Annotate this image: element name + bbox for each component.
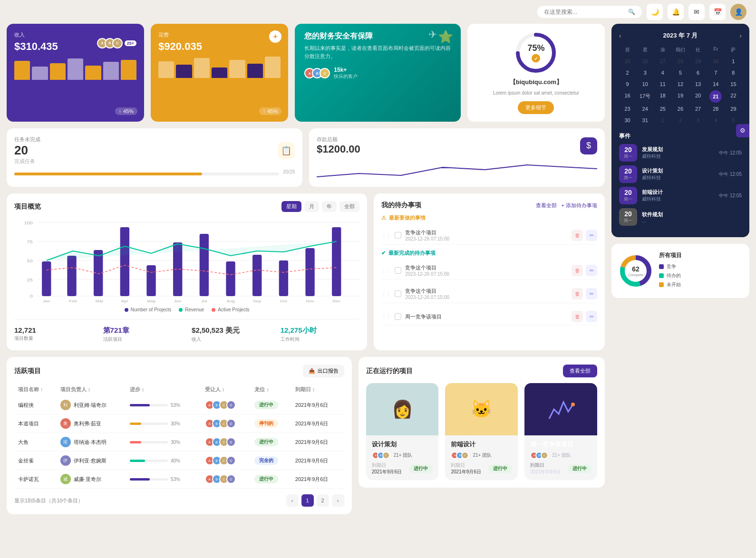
cal-day-3[interactable]: 3 — [637, 67, 653, 78]
cal-day-29-prev[interactable]: 29 — [690, 56, 707, 67]
cal-day-24[interactable]: 24 — [637, 104, 653, 114]
todo-checkbox-4[interactable] — [395, 313, 401, 320]
cal-day-30[interactable]: 30 — [619, 115, 636, 125]
cal-day-2[interactable]: 2 — [619, 67, 636, 78]
col-manager[interactable]: 项目负责人 ↕ — [57, 383, 126, 396]
col-progress[interactable]: 进步 ↕ — [126, 383, 201, 396]
cal-day-26-prev[interactable]: 26 — [637, 56, 653, 67]
ass-4-1: D — [226, 419, 236, 428]
progress-fill-2 — [130, 441, 141, 443]
cal-day-19[interactable]: 19 — [672, 90, 688, 103]
svg-rect-20 — [252, 255, 262, 296]
theme-toggle-button[interactable]: 🌙 — [647, 4, 663, 20]
cal-day-2-next[interactable]: 2 — [672, 115, 688, 125]
page-1-button[interactable]: 1 — [301, 494, 314, 507]
page-buttons[interactable]: ‹ 1 2 › — [286, 494, 344, 507]
todo-view-all-link[interactable]: 查看全部 — [536, 202, 557, 209]
cal-day-29[interactable]: 29 — [725, 104, 742, 114]
cal-day-31[interactable]: 31 — [637, 115, 653, 125]
cal-day-5[interactable]: 5 — [672, 67, 688, 78]
todo-add-link[interactable]: + 添加待办事项 — [562, 202, 597, 209]
drag-icon-2[interactable]: ⋮⋮ — [381, 268, 391, 273]
cal-day-21-today[interactable]: 21 — [709, 90, 722, 103]
cal-day-30-prev[interactable]: 30 — [708, 56, 724, 67]
legend-not-started: 未开始 — [659, 281, 742, 288]
cal-day-17[interactable]: 17号 — [637, 90, 653, 103]
cal-day-27[interactable]: 27 — [690, 104, 707, 114]
delete-icon-4[interactable]: 🗑 — [572, 311, 583, 322]
drag-icon-1[interactable]: ⋮⋮ — [381, 233, 391, 238]
cal-day-26[interactable]: 26 — [672, 104, 688, 114]
cal-day-16[interactable]: 16 — [619, 90, 636, 103]
cal-day-12[interactable]: 12 — [672, 79, 688, 89]
next-page-button[interactable]: › — [332, 494, 344, 507]
income-bar-chart — [14, 58, 136, 80]
drag-icon-3[interactable]: ⋮⋮ — [381, 291, 391, 297]
cal-prev-button[interactable]: ‹ — [619, 32, 621, 39]
export-report-button[interactable]: 📤 出口报告 — [303, 365, 344, 377]
cal-day-8[interactable]: 8 — [725, 67, 742, 78]
page-2-button[interactable]: 2 — [317, 494, 329, 507]
prev-page-button[interactable]: ‹ — [286, 494, 299, 507]
cal-day-25[interactable]: 25 — [654, 104, 671, 114]
tab-week[interactable]: 星期 — [281, 201, 301, 212]
event-2-date-box: 20 周一 — [619, 165, 637, 183]
cal-day-10[interactable]: 10 — [637, 79, 653, 89]
cal-day-4-next[interactable]: 4 — [708, 115, 724, 125]
cal-day-28[interactable]: 28 — [708, 104, 724, 114]
cal-next-button[interactable]: › — [739, 32, 742, 39]
todo-checkbox-1[interactable] — [395, 232, 401, 239]
notification-button[interactable]: 🔔 — [668, 4, 684, 20]
cal-day-14[interactable]: 14 — [708, 79, 724, 89]
cal-day-7[interactable]: 7 — [708, 67, 724, 78]
tab-all[interactable]: 全部 — [339, 201, 359, 212]
cal-day-4[interactable]: 4 — [654, 67, 671, 78]
user-avatar[interactable]: 👤 — [730, 4, 746, 20]
todo-checkbox-3[interactable] — [395, 290, 401, 297]
cal-day-22[interactable]: 22 — [725, 90, 742, 103]
calendar-button[interactable]: 📅 — [709, 4, 726, 20]
cal-day-27-prev[interactable]: 27 — [654, 56, 671, 67]
cal-day-15[interactable]: 15 — [725, 79, 742, 89]
todo-checkbox-2[interactable] — [395, 267, 401, 274]
search-input[interactable] — [544, 9, 624, 15]
progress-fill-1 — [130, 423, 141, 425]
tab-month[interactable]: 月 — [304, 201, 319, 212]
search-box[interactable]: 🔍 — [537, 6, 642, 18]
cal-day-11[interactable]: 11 — [654, 79, 671, 89]
cal-day-25-prev[interactable]: 25 — [619, 56, 636, 67]
col-status[interactable]: 龙位 ↕ — [251, 383, 291, 396]
edit-icon-2[interactable]: ✏ — [586, 265, 597, 276]
drag-icon-4[interactable]: ⋮⋮ — [381, 314, 391, 319]
edit-icon-1[interactable]: ✏ — [586, 230, 597, 241]
delete-icon-3[interactable]: 🗑 — [572, 288, 583, 299]
cal-day-23[interactable]: 23 — [619, 104, 636, 114]
tab-year[interactable]: 年 — [322, 201, 337, 212]
cal-day-1-next[interactable]: 1 — [654, 115, 671, 125]
cal-day-20[interactable]: 20 — [690, 90, 707, 103]
delete-icon-1[interactable]: 🗑 — [572, 230, 583, 241]
cal-day-28-prev[interactable]: 28 — [672, 56, 688, 67]
todo-actions[interactable]: 查看全部 + 添加待办事项 — [536, 202, 597, 209]
edit-icon-4[interactable]: ✏ — [586, 311, 597, 322]
cal-day-3-next[interactable]: 3 — [690, 115, 707, 125]
view-all-running-button[interactable]: 查看全部 — [563, 365, 597, 377]
delete-icon-2[interactable]: 🗑 — [572, 265, 583, 276]
todo-urgent-section: ⚠最新要做的事情 — [381, 214, 597, 221]
cal-day-9[interactable]: 9 — [619, 79, 636, 89]
edit-icon-3[interactable]: ✏ — [586, 288, 597, 299]
mail-button[interactable]: ✉ — [688, 4, 705, 20]
todo-actions-4: 🗑 ✏ — [572, 311, 597, 322]
cal-day-1[interactable]: 1 — [725, 56, 742, 67]
calendar-settings-button[interactable]: ⚙ — [736, 124, 749, 137]
svg-rect-18 — [200, 234, 209, 296]
col-due[interactable]: 到期日 ↕ — [291, 383, 344, 396]
more-detail-button[interactable]: 更多细节 — [518, 101, 554, 114]
cal-day-18[interactable]: 18 — [654, 90, 671, 103]
col-project-name[interactable]: 项目名称 ↑ — [14, 383, 57, 396]
cell-name-1: 本道项目 — [14, 414, 57, 433]
chart-tabs[interactable]: 星期 月 年 全部 — [281, 201, 359, 212]
col-assignee[interactable]: 受让人 ↕ — [201, 383, 251, 396]
cal-day-6[interactable]: 6 — [690, 67, 707, 78]
cal-day-13[interactable]: 13 — [690, 79, 707, 89]
